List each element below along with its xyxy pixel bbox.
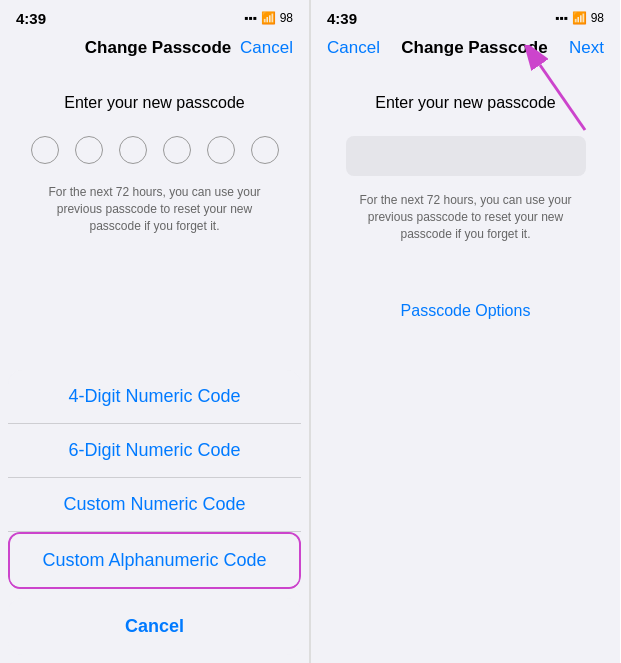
- left-status-time: 4:39: [16, 10, 46, 27]
- action-sheet: 4-Digit Numeric Code 6-Digit Numeric Cod…: [0, 370, 309, 663]
- circle-5: [207, 136, 235, 164]
- right-cancel-button[interactable]: Cancel: [327, 38, 380, 58]
- left-cancel-button[interactable]: Cancel: [240, 38, 293, 58]
- action-6digit[interactable]: 6-Digit Numeric Code: [8, 424, 301, 478]
- circle-1: [31, 136, 59, 164]
- battery-icon: 98: [280, 11, 293, 25]
- signal-icon: ▪▪▪: [244, 11, 257, 25]
- right-status-icons: ▪▪▪ 📶 98: [555, 11, 604, 25]
- left-status-icons: ▪▪▪ 📶 98: [244, 11, 293, 25]
- right-next-button[interactable]: Next: [569, 38, 604, 58]
- left-phone-panel: 4:39 ▪▪▪ 📶 98 Change Passcode Cancel Ent…: [0, 0, 310, 663]
- left-nav-title: Change Passcode: [85, 38, 231, 58]
- circle-3: [119, 136, 147, 164]
- action-custom-alphanumeric[interactable]: Custom Alphanumeric Code: [10, 534, 299, 587]
- action-sheet-group: 4-Digit Numeric Code 6-Digit Numeric Cod…: [8, 370, 301, 590]
- right-passcode-prompt: Enter your new passcode: [375, 94, 556, 112]
- left-passcode-note: For the next 72 hours, you can use your …: [35, 184, 275, 234]
- wifi-icon: 📶: [261, 11, 276, 25]
- right-nav-bar: Cancel Change Passcode Next: [311, 32, 620, 64]
- action-4digit[interactable]: 4-Digit Numeric Code: [8, 370, 301, 424]
- left-circles-row: [31, 136, 279, 164]
- left-screen: 4:39 ▪▪▪ 📶 98 Change Passcode Cancel Ent…: [0, 0, 309, 663]
- right-passcode-note: For the next 72 hours, you can use your …: [346, 192, 586, 242]
- right-status-time: 4:39: [327, 10, 357, 27]
- action-sheet-cancel[interactable]: Cancel: [8, 598, 301, 655]
- right-screen: 4:39 ▪▪▪ 📶 98 Cancel Change Passcode Nex…: [311, 0, 620, 663]
- left-nav-bar: Change Passcode Cancel: [0, 32, 309, 64]
- circle-2: [75, 136, 103, 164]
- right-main-content: Enter your new passcode For the next 72 …: [311, 64, 620, 663]
- right-nav-title: Change Passcode: [401, 38, 547, 58]
- right-wifi-icon: 📶: [572, 11, 587, 25]
- left-passcode-prompt: Enter your new passcode: [64, 94, 245, 112]
- action-custom-numeric[interactable]: Custom Numeric Code: [8, 478, 301, 532]
- left-status-bar: 4:39 ▪▪▪ 📶 98: [0, 0, 309, 32]
- passcode-options-link[interactable]: Passcode Options: [401, 302, 531, 320]
- circle-6: [251, 136, 279, 164]
- right-signal-icon: ▪▪▪: [555, 11, 568, 25]
- right-battery-icon: 98: [591, 11, 604, 25]
- right-status-bar: 4:39 ▪▪▪ 📶 98: [311, 0, 620, 32]
- right-phone-panel: 4:39 ▪▪▪ 📶 98 Cancel Change Passcode Nex…: [310, 0, 620, 663]
- right-text-input-field[interactable]: [346, 136, 586, 176]
- circle-4: [163, 136, 191, 164]
- action-custom-alphanumeric-wrapper: Custom Alphanumeric Code: [8, 532, 301, 589]
